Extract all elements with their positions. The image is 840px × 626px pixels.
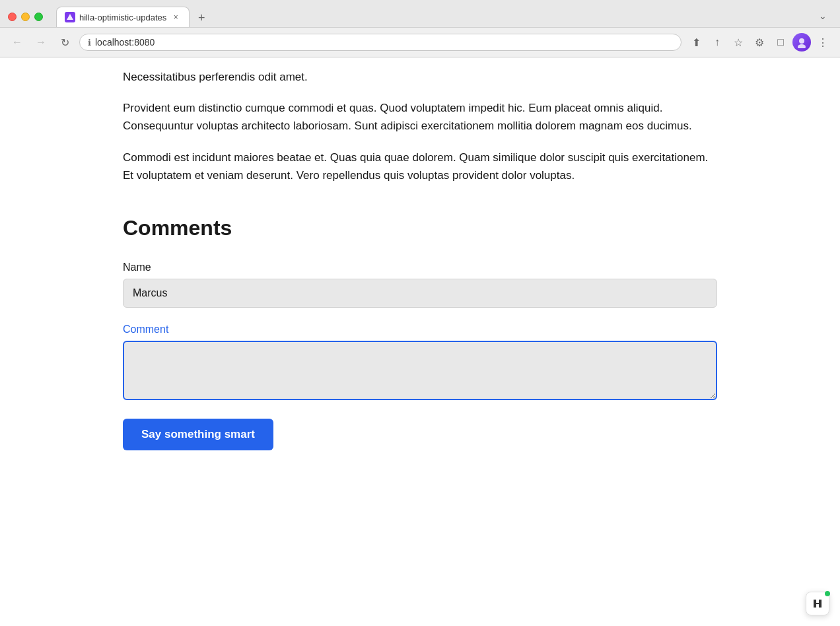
- extensions-button[interactable]: ⚙: [750, 33, 769, 52]
- traffic-lights: [8, 13, 43, 21]
- security-icon: ℹ: [88, 38, 91, 48]
- name-field-group: Name: [123, 261, 717, 308]
- svg-point-1: [799, 38, 804, 44]
- browser-chrome: hilla-optimistic-updates × + ⌄ ← → ↻ ℹ l…: [0, 0, 840, 57]
- forward-button[interactable]: →: [32, 33, 50, 52]
- tab-favicon-icon: [65, 12, 75, 22]
- tab-close-button[interactable]: ×: [170, 12, 181, 22]
- comments-heading: Comments: [123, 216, 717, 240]
- submit-button[interactable]: Say something smart: [123, 419, 273, 450]
- screenshot-button[interactable]: ⬆: [687, 33, 705, 52]
- more-options-button[interactable]: ⋮: [814, 33, 832, 52]
- paragraph-2: Provident eum distinctio cumque commodi …: [123, 99, 717, 135]
- avatar-image: [792, 33, 811, 52]
- comment-label: Comment: [123, 324, 717, 335]
- minimize-window-button[interactable]: [21, 13, 30, 21]
- new-tab-button[interactable]: +: [192, 9, 211, 27]
- tab-dropdown-button[interactable]: ⌄: [819, 11, 827, 24]
- address-bar[interactable]: ℹ localhost:8080: [79, 34, 682, 51]
- name-input[interactable]: [123, 279, 717, 308]
- share-button[interactable]: ↑: [708, 33, 726, 52]
- tab-bar: hilla-optimistic-updates × +: [56, 7, 814, 27]
- nav-bar: ← → ↻ ℹ localhost:8080 ⬆ ↑ ☆ ⚙ □ ⋮: [0, 27, 840, 57]
- active-tab[interactable]: hilla-optimistic-updates ×: [56, 7, 190, 27]
- close-window-button[interactable]: [8, 13, 17, 21]
- name-label: Name: [123, 261, 717, 273]
- paragraph-3: Commodi est incidunt maiores beatae et. …: [123, 149, 717, 184]
- content-area: Necessitatibus perferendis odit amet. Pr…: [123, 57, 717, 450]
- title-bar: hilla-optimistic-updates × + ⌄: [0, 0, 840, 27]
- hilla-badge[interactable]: [806, 592, 829, 615]
- maximize-window-button[interactable]: [34, 13, 43, 21]
- hilla-status-dot: [825, 591, 830, 596]
- svg-marker-0: [67, 14, 73, 20]
- sidebar-toggle-button[interactable]: □: [771, 33, 790, 52]
- tab-title: hilla-optimistic-updates: [79, 13, 166, 22]
- nav-actions: ⬆ ↑ ☆ ⚙ □ ⋮: [687, 33, 832, 52]
- profile-avatar[interactable]: [792, 33, 811, 52]
- page-content: Necessitatibus perferendis odit amet. Pr…: [0, 57, 840, 624]
- back-button[interactable]: ←: [8, 33, 26, 52]
- url-display: localhost:8080: [95, 37, 673, 48]
- bookmark-button[interactable]: ☆: [729, 33, 748, 52]
- paragraph-1: Necessitatibus perferendis odit amet.: [123, 68, 717, 86]
- hilla-logo-icon: [811, 597, 824, 610]
- svg-point-2: [798, 44, 806, 48]
- refresh-button[interactable]: ↻: [55, 33, 74, 52]
- comments-section: Comments Name Comment Say something smar…: [123, 216, 717, 450]
- comment-textarea[interactable]: [123, 341, 717, 400]
- comment-field-group: Comment: [123, 324, 717, 403]
